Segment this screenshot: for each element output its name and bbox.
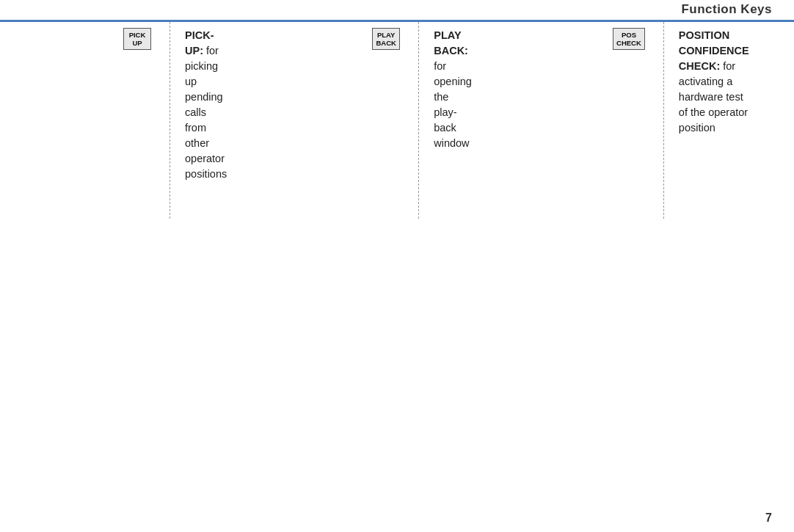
header-bar: Function Keys (0, 0, 794, 22)
key-button-cell: PICKUP (7, 22, 161, 50)
description-cell: POSITION CONFIDENCE CHECK: for activatin… (671, 22, 779, 142)
description-cell: PLAY BACK: for opening the play-back win… (426, 22, 501, 157)
table-row: POSCHECKPOSITION CONFIDENCE CHECK: for a… (501, 22, 779, 219)
page-title: Function Keys (681, 2, 772, 17)
key-button-poscheck: POSCHECK (613, 28, 645, 50)
vertical-divider (161, 22, 178, 219)
key-name: PLAY BACK: (434, 29, 468, 57)
description-cell: PICK-UP: for picking up pending calls fr… (178, 22, 256, 188)
key-button-playback: PLAYBACK (372, 28, 400, 50)
vertical-divider (655, 22, 671, 219)
key-description: for picking up pending calls from other … (185, 45, 227, 180)
key-button-cell: PRIO (779, 22, 794, 50)
vertical-divider (410, 22, 426, 219)
key-button-cell: PLAYBACK (256, 22, 410, 50)
key-name: POSITION CONFIDENCE CHECK: (679, 29, 749, 72)
key-button-cell: POSCHECK (501, 22, 655, 50)
table-row: PRIOPRIORITY: for increasing the priorit… (779, 22, 794, 219)
page-number: 7 (765, 511, 772, 525)
key-button-pickup: PICKUP (123, 28, 151, 50)
table-row: PICKUPPICK-UP: for picking up pending ca… (7, 22, 256, 219)
main-content: PICKUPPICK-UP: for picking up pending ca… (0, 22, 794, 219)
table-row: PLAYBACKPLAY BACK: for opening the play-… (256, 22, 501, 219)
key-description: for opening the play-back window (434, 60, 472, 149)
